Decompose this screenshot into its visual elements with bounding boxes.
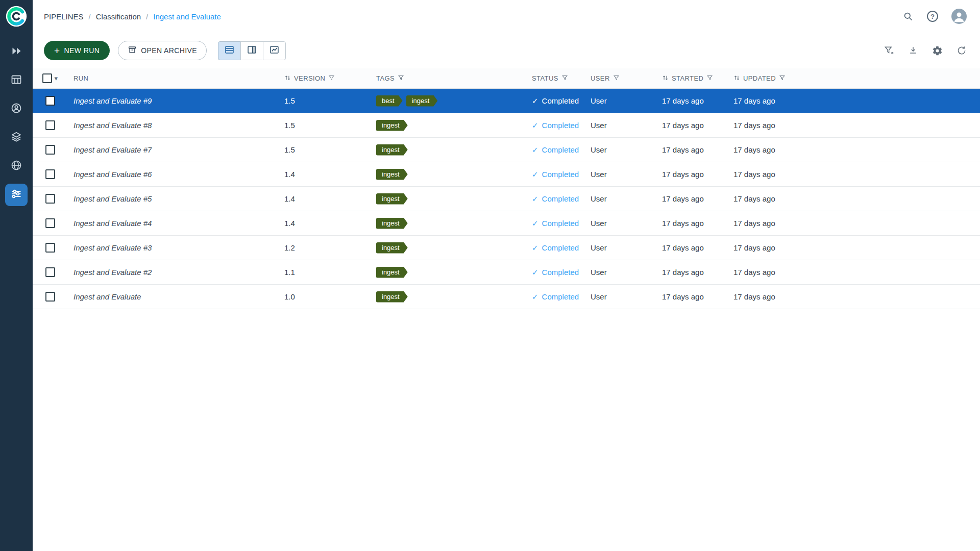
run-tags: ingest: [370, 169, 526, 180]
run-name[interactable]: Ingest and Evaluate #8: [74, 121, 152, 130]
row-checkbox[interactable]: [45, 145, 55, 155]
row-checkbox[interactable]: [45, 267, 55, 277]
breadcrumb-pipelines[interactable]: PIPELINES: [44, 12, 84, 21]
status-text: Completed: [542, 194, 579, 203]
row-checkbox[interactable]: [45, 243, 55, 253]
run-user: User: [584, 194, 656, 203]
row-checkbox[interactable]: [45, 96, 55, 106]
filter-icon[interactable]: [779, 74, 786, 83]
run-name[interactable]: Ingest and Evaluate #2: [74, 268, 152, 277]
row-checkbox[interactable]: [45, 292, 55, 302]
tag-ingest: ingest: [376, 291, 408, 303]
table-row[interactable]: Ingest and Evaluate #6 1.4 ingest ✓ Comp…: [33, 162, 980, 187]
filter-icon[interactable]: [706, 74, 713, 83]
breadcrumb-separator: /: [146, 12, 148, 21]
sidebar-nav: [5, 41, 28, 206]
table-row[interactable]: Ingest and Evaluate #3 1.2 ingest ✓ Comp…: [33, 236, 980, 260]
caret-down-icon[interactable]: ▾: [55, 75, 58, 82]
sidebar-item-model-repository[interactable]: [5, 127, 28, 149]
table-row[interactable]: Ingest and Evaluate #7 1.5 ingest ✓ Comp…: [33, 138, 980, 162]
download-icon[interactable]: [908, 45, 918, 56]
status-text: Completed: [542, 243, 579, 252]
help-icon[interactable]: ?: [927, 11, 938, 22]
sort-icon[interactable]: [662, 74, 669, 83]
run-name[interactable]: Ingest and Evaluate #5: [74, 194, 152, 203]
row-checkbox[interactable]: [45, 218, 55, 228]
sidebar-item-hyper-datasets[interactable]: [5, 155, 28, 178]
globe-icon: [10, 159, 22, 173]
chart-view-button[interactable]: [263, 41, 286, 60]
profile-avatar[interactable]: [951, 9, 967, 24]
new-run-button[interactable]: + NEW RUN: [44, 41, 110, 60]
sort-icon[interactable]: [284, 74, 291, 83]
main-area: PIPELINES / Classification / Ingest and …: [33, 0, 980, 551]
run-user: User: [584, 219, 656, 228]
column-header-version[interactable]: VERSION: [278, 74, 370, 83]
toolbar-right-actions: [884, 45, 967, 56]
run-started: 17 days ago: [656, 194, 727, 203]
table-row[interactable]: Ingest and Evaluate #8 1.5 ingest ✓ Comp…: [33, 113, 980, 138]
column-header-tags[interactable]: TAGS: [370, 74, 526, 83]
tag-ingest: ingest: [376, 120, 408, 131]
table-row[interactable]: Ingest and Evaluate #4 1.4 ingest ✓ Comp…: [33, 211, 980, 236]
sidebar-item-workers-queues[interactable]: [5, 98, 28, 120]
workers-icon: [10, 102, 22, 116]
open-archive-button[interactable]: OPEN ARCHIVE: [118, 41, 207, 60]
completed-check-icon: ✓: [532, 194, 538, 204]
col-updated-label: UPDATED: [743, 74, 776, 82]
archive-icon: [128, 45, 137, 56]
select-all-checkbox[interactable]: [42, 73, 52, 83]
run-name[interactable]: Ingest and Evaluate #4: [74, 219, 152, 228]
run-updated: 17 days ago: [727, 96, 980, 105]
settings-gear-icon[interactable]: [932, 45, 943, 56]
clear-filters-icon[interactable]: [884, 45, 894, 56]
run-started: 17 days ago: [656, 96, 727, 105]
table-row[interactable]: Ingest and Evaluate #9 1.5 bestingest ✓ …: [33, 89, 980, 113]
status-text: Completed: [542, 170, 579, 179]
run-updated: 17 days ago: [727, 292, 980, 301]
auto-refresh-icon[interactable]: [957, 45, 967, 56]
table-view-button[interactable]: [218, 41, 241, 60]
run-tags: ingest: [370, 144, 526, 156]
sidebar-item-pipelines[interactable]: [5, 184, 28, 206]
table-row[interactable]: Ingest and Evaluate #5 1.4 ingest ✓ Comp…: [33, 187, 980, 211]
status-text: Completed: [542, 96, 579, 105]
run-updated: 17 days ago: [727, 243, 980, 252]
filter-icon[interactable]: [398, 74, 404, 83]
status-cell: ✓ Completed: [526, 96, 584, 106]
view-toggle-group: [218, 41, 286, 60]
run-name[interactable]: Ingest and Evaluate: [74, 292, 141, 301]
filter-icon[interactable]: [328, 74, 335, 83]
column-header-user[interactable]: USER: [584, 74, 656, 83]
run-name[interactable]: Ingest and Evaluate #6: [74, 170, 152, 179]
filter-icon[interactable]: [561, 74, 568, 83]
run-started: 17 days ago: [656, 268, 727, 277]
filter-icon[interactable]: [613, 74, 620, 83]
run-tags: ingest: [370, 291, 526, 303]
run-name[interactable]: Ingest and Evaluate #7: [74, 145, 152, 154]
run-started: 17 days ago: [656, 170, 727, 179]
sidebar-item-projects[interactable]: [5, 41, 28, 63]
detail-view-button[interactable]: [240, 41, 263, 60]
breadcrumb-project[interactable]: Classification: [96, 12, 141, 21]
col-user-label: USER: [591, 74, 610, 82]
sort-icon[interactable]: [733, 74, 740, 83]
column-header-started[interactable]: STARTED: [656, 74, 727, 83]
table-row[interactable]: Ingest and Evaluate 1.0 ingest ✓ Complet…: [33, 285, 980, 309]
table-row[interactable]: Ingest and Evaluate #2 1.1 ingest ✓ Comp…: [33, 260, 980, 285]
clearml-logo[interactable]: [5, 5, 28, 28]
projects-icon: [10, 45, 22, 59]
run-name[interactable]: Ingest and Evaluate #9: [74, 96, 152, 105]
row-checkbox[interactable]: [45, 120, 55, 130]
run-version: 1.4: [278, 170, 370, 179]
run-started: 17 days ago: [656, 145, 727, 154]
status-cell: ✓ Completed: [526, 121, 584, 130]
search-icon[interactable]: [903, 11, 914, 22]
column-header-run[interactable]: RUN: [67, 74, 278, 82]
sidebar-item-datasets[interactable]: [5, 69, 28, 92]
row-checkbox[interactable]: [45, 194, 55, 204]
row-checkbox[interactable]: [45, 169, 55, 179]
run-name[interactable]: Ingest and Evaluate #3: [74, 243, 152, 252]
column-header-updated[interactable]: UPDATED: [727, 74, 980, 83]
column-header-status[interactable]: STATUS: [526, 74, 584, 83]
